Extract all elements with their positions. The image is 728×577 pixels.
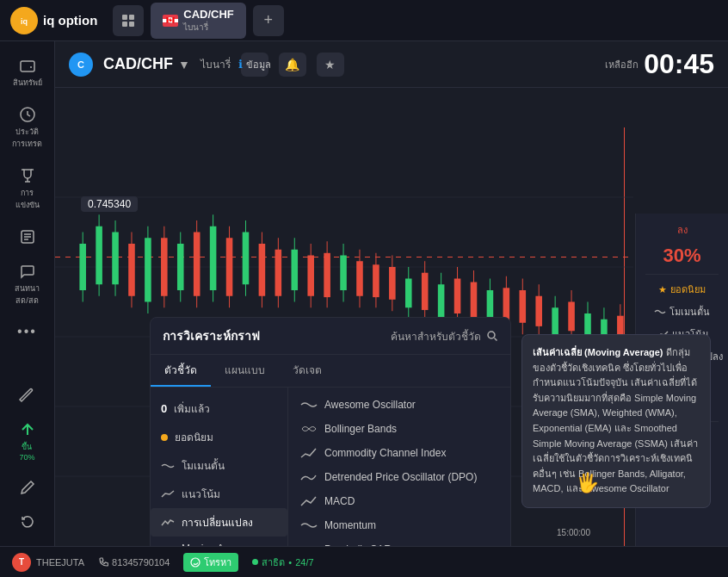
- add-tab-button[interactable]: +: [253, 5, 284, 36]
- indicator-cci[interactable]: Commodity Channel Index: [288, 441, 510, 465]
- svg-rect-5: [129, 22, 134, 27]
- tab-symbol: CAD/CHF: [183, 8, 234, 21]
- sidebar-item-chat[interactable]: สนทนาสด/สด: [6, 256, 49, 313]
- tab-indicators[interactable]: ตัวชี้วัด: [151, 355, 211, 387]
- svg-rect-3: [129, 15, 134, 20]
- svg-point-95: [191, 558, 200, 567]
- timer-label: เหลืออีก: [605, 57, 639, 72]
- info-button[interactable]: ℹ ข้อมูล: [241, 53, 268, 77]
- momentum-label: โมเมนตั้น: [654, 304, 710, 320]
- sidebar-wallet-label: สินทรัพย์: [13, 77, 42, 89]
- tooltip-title: เส้นค่าเฉลี่ย (Moving Average): [533, 347, 663, 357]
- awesome-icon: [300, 399, 318, 411]
- asset-type: ไบนารี่: [201, 56, 231, 72]
- countdown-timer: 00:45: [644, 48, 714, 80]
- star-button[interactable]: ★: [317, 53, 344, 77]
- category-moving-avg-label: Moving Average: [182, 543, 256, 546]
- tooltip-box: เส้นค่าเฉลี่ย (Moving Average) ดีกลุ่มขอ…: [521, 334, 711, 508]
- svg-rect-6: [21, 61, 34, 71]
- phone-icon: [98, 557, 108, 568]
- category-momentum[interactable]: โมเมนตั้น: [151, 451, 287, 480]
- parabolic-icon: [300, 543, 318, 546]
- indicator-macd[interactable]: MACD: [288, 489, 510, 513]
- whatsapp-icon: [190, 557, 201, 568]
- dpo-label: Detrended Price Oscillator (DPO): [324, 471, 477, 483]
- logo-icon: iq: [10, 7, 38, 34]
- indicator-right-list: Awesome Oscillator Bollinger Bands Commo…: [288, 388, 510, 546]
- trend-icon: [161, 490, 175, 499]
- category-moving-avg[interactable]: Moving Average: [151, 537, 287, 546]
- indicator-parabolic[interactable]: Parabolic SAR: [288, 537, 510, 546]
- username: THEEJUTA: [36, 557, 84, 568]
- cad-flag: 🇨🇦: [163, 15, 178, 27]
- tab-widget[interactable]: วัดเจต: [279, 355, 336, 387]
- added-label: เพิ่มแล้ว: [174, 400, 210, 417]
- asset-name: CAD/CHF ▼: [103, 55, 190, 73]
- user-avatar: T: [12, 553, 31, 572]
- grid-button[interactable]: [113, 5, 144, 36]
- demo-label: สาธิต: [262, 555, 285, 570]
- popular-label: ★ยอดนิยม: [658, 282, 706, 297]
- main-area: C CAD/CHF ▼ ไบนารี่ ℹ ข้อมูล 🔔 ★ เหลืออี…: [55, 41, 728, 546]
- momentum-ind-label: Momentum: [324, 519, 376, 531]
- category-popular[interactable]: ยอดนิยม: [151, 423, 287, 451]
- svg-text:iq: iq: [21, 17, 28, 26]
- logo-text: iq option: [43, 13, 97, 28]
- indicator-panel: การวิเคราะห์กราฟ ค้นหาสำหรับตัวชี้วัด ตั…: [150, 317, 511, 546]
- indicator-header: การวิเคราะห์กราฟ ค้นหาสำหรับตัวชี้วัด: [151, 318, 510, 355]
- sidebar-item-more[interactable]: •••: [6, 317, 49, 346]
- sidebar-chat-label: สนทนาสด/สด: [15, 282, 40, 307]
- category-added[interactable]: 0 เพิ่มแล้ว: [151, 394, 287, 423]
- indicator-bollinger[interactable]: Bollinger Bands: [288, 417, 510, 441]
- sidebar-item-pencil[interactable]: [6, 472, 49, 503]
- indicator-body: 0 เพิ่มแล้ว ยอดนิยม โมเมนตั้น แนวโน้ม: [151, 388, 510, 546]
- sidebar-item-tournament[interactable]: การแข่งขัน: [6, 160, 49, 218]
- search-placeholder-text: ค้นหาสำหรับตัวชี้วัด: [391, 328, 481, 344]
- sidebar-tournament-label: การแข่งขัน: [9, 187, 46, 211]
- direction-pct: 30%: [663, 245, 700, 267]
- support-button[interactable]: โทรหา: [183, 553, 238, 572]
- cad-chf-tab[interactable]: 🇨🇦 CAD/CHF ไบนารี่: [151, 3, 246, 39]
- live-indicator: สาธิต • 24/7: [252, 555, 313, 570]
- panel-divider-1: [645, 274, 719, 275]
- tab-template[interactable]: แผนแบบ: [211, 355, 279, 387]
- more-dots-icon: •••: [17, 324, 37, 339]
- macd-icon: [300, 495, 318, 507]
- category-change-label: การเปลี่ยนแปลง: [182, 514, 253, 530]
- svg-rect-4: [122, 22, 127, 27]
- sidebar-item-news[interactable]: [6, 221, 49, 252]
- sidebar-item-history[interactable]: ประวัติการเทรด: [6, 99, 49, 157]
- category-momentum-label: โมเมนตั้น: [182, 457, 225, 474]
- phone-number-text: 81345790104: [112, 557, 170, 568]
- indicator-momentum[interactable]: Momentum: [288, 513, 510, 537]
- sidebar-item-wallet[interactable]: สินทรัพย์: [6, 50, 49, 96]
- momentum-icon: [161, 462, 175, 470]
- cursor-icon: 🖐️: [576, 472, 599, 494]
- category-change[interactable]: การเปลี่ยนแปลง: [151, 508, 287, 537]
- bell-button[interactable]: 🔔: [279, 53, 306, 77]
- change-icon: [161, 518, 175, 527]
- tooltip-text: เส้นค่าเฉลี่ย (Moving Average) ดีกลุ่มขอ…: [533, 345, 700, 497]
- sidebar-item-draw[interactable]: [6, 380, 49, 411]
- live-dot: [252, 559, 258, 565]
- indicator-search[interactable]: ค้นหาสำหรับตัวชี้วัด: [391, 328, 498, 344]
- indicator-category-list: 0 เพิ่มแล้ว ยอดนิยม โมเมนตั้น แนวโน้ม: [151, 388, 288, 546]
- sidebar-item-up[interactable]: ขึ้น70%: [6, 414, 49, 468]
- bollinger-label: Bollinger Bands: [324, 423, 397, 435]
- timer-area: เหลืออีก 00:45: [605, 48, 714, 80]
- indicator-dpo[interactable]: Detrended Price Oscillator (DPO): [288, 465, 510, 489]
- cci-label: Commodity Channel Index: [324, 447, 446, 459]
- popular-dot: [161, 434, 168, 441]
- phone-number: 81345790104: [98, 557, 170, 568]
- asset-badge: C: [69, 53, 93, 77]
- indicator-tabs: ตัวชี้วัด แผนแบบ วัดเจต: [151, 355, 510, 388]
- live-sub: 24/7: [295, 557, 313, 568]
- awesome-label: Awesome Oscillator: [324, 399, 416, 411]
- indicator-awesome[interactable]: Awesome Oscillator: [288, 393, 510, 417]
- sidebar-history-label: ประวัติการเทรด: [12, 126, 42, 150]
- category-trend[interactable]: แนวโน้ม: [151, 480, 287, 508]
- category-trend-label: แนวโน้ม: [182, 486, 220, 502]
- bollinger-icon: [300, 423, 318, 435]
- info-label: ข้อมูล: [246, 57, 271, 72]
- sidebar-item-reset[interactable]: [6, 506, 49, 537]
